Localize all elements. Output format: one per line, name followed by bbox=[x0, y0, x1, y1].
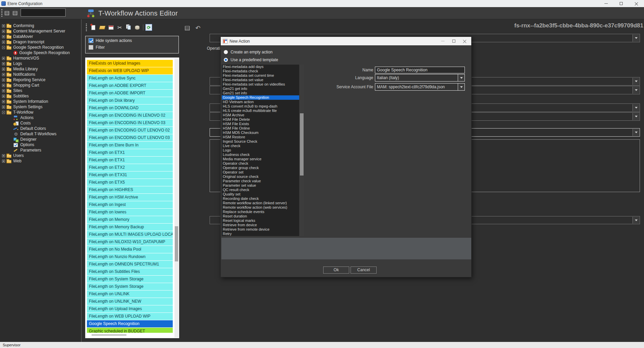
scrollbar-thumb[interactable] bbox=[175, 226, 178, 261]
tree-item[interactable]: +Notifications bbox=[0, 72, 81, 77]
minimize-button[interactable] bbox=[598, 0, 614, 7]
action-list-item[interactable]: FileLength on Memory bbox=[87, 216, 173, 223]
action-list-item[interactable]: FileLength on Upload Images bbox=[87, 305, 173, 312]
language-select[interactable]: Italian (Italy) bbox=[375, 74, 465, 82]
name-input[interactable]: Google Speech Recognition bbox=[375, 67, 465, 73]
template-item[interactable]: Flexi-metadata set value on videofiles bbox=[222, 82, 299, 87]
template-item[interactable]: Reset duration bbox=[222, 214, 299, 218]
action-list-item[interactable]: FileLength on ENCODING IN LENOVO 02 bbox=[87, 112, 173, 119]
tree-item[interactable]: +Users bbox=[0, 153, 81, 158]
list-view-icon[interactable] bbox=[5, 11, 9, 15]
tree-item[interactable]: +Reporting Service bbox=[0, 77, 81, 83]
action-list-item[interactable]: FileLength on ETX31 bbox=[87, 171, 173, 179]
expand-icon[interactable]: + bbox=[2, 62, 5, 65]
template-item[interactable]: Ingest Source Check bbox=[222, 139, 299, 144]
dropdown-button[interactable] bbox=[633, 78, 639, 85]
create-empty-action-option[interactable]: Create an empty action bbox=[224, 50, 272, 54]
new-action-button[interactable]: ✱ bbox=[90, 24, 97, 31]
expand-icon[interactable]: + bbox=[2, 154, 5, 157]
template-item[interactable]: Remote workflow action (web services) bbox=[222, 205, 299, 210]
action-list-item[interactable]: FileLength on HSM Archive bbox=[87, 194, 173, 201]
action-list-item[interactable]: FileLength on No Media Pool bbox=[87, 246, 173, 253]
action-list-item[interactable]: FileLength on Etere Burn In bbox=[87, 142, 173, 149]
open-button[interactable] bbox=[98, 24, 106, 31]
expand-icon[interactable]: + bbox=[2, 106, 5, 109]
action-list-item[interactable]: FileLength on UNLINK bbox=[87, 291, 173, 298]
tree-item[interactable]: -T-Workflow bbox=[0, 110, 81, 115]
tree-item[interactable]: +DataMover bbox=[0, 34, 81, 39]
expand-icon[interactable]: + bbox=[2, 160, 5, 163]
template-item[interactable]: HD Vietnam action bbox=[222, 100, 299, 104]
action-list-item[interactable]: FileLength on lowres bbox=[87, 209, 173, 216]
action-list-item[interactable]: FileLength on System Storage bbox=[87, 283, 173, 290]
tree-item[interactable]: +Web bbox=[0, 158, 81, 164]
template-item[interactable]: Logo bbox=[222, 148, 299, 153]
template-item[interactable]: Retry bbox=[222, 232, 299, 236]
action-list-item[interactable]: FileLength on OMNEON SPECTRUM1 bbox=[87, 261, 173, 268]
service-account-file-dropdown-button[interactable] bbox=[458, 84, 464, 90]
action-list-item[interactable]: FileLength on Disk library bbox=[87, 97, 173, 104]
dialog-close-button[interactable] bbox=[459, 37, 470, 45]
template-item[interactable]: Parameter set value bbox=[222, 183, 299, 188]
tree-item[interactable]: +System Settings bbox=[0, 104, 81, 110]
template-item[interactable]: HSM MD5 Checksum bbox=[222, 131, 299, 135]
filter-checkbox[interactable] bbox=[89, 45, 93, 50]
expand-icon[interactable]: + bbox=[2, 24, 5, 27]
hide-system-actions-checkbox[interactable] bbox=[89, 38, 93, 43]
tree-item[interactable]: +Subtitles bbox=[0, 93, 81, 99]
action-list-item[interactable]: FileLength on Subtitles Files bbox=[87, 268, 173, 275]
action-list-item[interactable]: FileLength on NILOX02-W10_DATAPUMP bbox=[87, 238, 173, 246]
template-item[interactable]: Gen21 set info bbox=[222, 91, 299, 95]
delete-form-button[interactable] bbox=[107, 24, 115, 31]
template-item[interactable]: Flexi-metadata set value bbox=[222, 78, 299, 82]
template-item[interactable]: Operator check bbox=[222, 161, 299, 166]
tree-item[interactable]: +Conforming bbox=[0, 23, 81, 28]
template-item[interactable]: Quality set bbox=[222, 192, 299, 196]
template-item[interactable]: Remote workflow action (linked server) bbox=[222, 201, 299, 205]
tree-item[interactable]: +Content Management Server bbox=[0, 28, 81, 34]
dropdown-button[interactable] bbox=[633, 217, 639, 224]
scrollbar-thumb[interactable] bbox=[300, 113, 304, 176]
action-list-item[interactable]: FileLength on ENCODING IN LENOVO 03 bbox=[87, 119, 173, 126]
tree-item[interactable]: Options bbox=[0, 142, 81, 147]
template-item[interactable]: Flexi-metadata check bbox=[222, 69, 299, 73]
expand-icon[interactable]: + bbox=[2, 89, 5, 92]
dropdown-button[interactable] bbox=[633, 104, 639, 111]
tree-item[interactable]: ⚙Default T-Workflows bbox=[0, 131, 81, 137]
actions-toolbar-drag-handle[interactable] bbox=[86, 24, 87, 31]
action-list-item[interactable]: FileLength on Memory Backup bbox=[87, 224, 173, 231]
template-item[interactable]: Gen21 get info bbox=[222, 87, 299, 91]
template-item[interactable]: Loudness check bbox=[222, 153, 299, 157]
template-item[interactable]: Reset logical marks bbox=[222, 218, 299, 223]
tree-item[interactable]: Designer bbox=[0, 137, 81, 142]
action-list-item[interactable]: FileLength on ETX2 bbox=[87, 164, 173, 171]
tree-item[interactable]: Parameters bbox=[0, 147, 81, 153]
template-item[interactable]: HSM Archive bbox=[222, 113, 299, 117]
template-item[interactable]: Operator group check bbox=[222, 166, 299, 170]
tree-item[interactable]: +Sites bbox=[0, 88, 81, 93]
tree-item[interactable]: +Shopping Cart bbox=[0, 83, 81, 88]
template-item[interactable]: Live check bbox=[222, 144, 299, 148]
action-list-item[interactable]: FileLength on Ingest bbox=[87, 201, 173, 208]
actions-list-hscrollbar-thumb[interactable] bbox=[92, 334, 126, 335]
template-item[interactable]: Google Speech Recognition bbox=[222, 95, 299, 100]
action-list-item[interactable]: FileLength on ETX5 bbox=[87, 179, 173, 186]
ok-button[interactable]: Ok bbox=[323, 266, 349, 274]
dialog-minimize-button[interactable] bbox=[437, 37, 448, 45]
cut-button[interactable]: ✂ bbox=[116, 24, 123, 31]
template-item[interactable]: Flexi-metadata set current time bbox=[222, 73, 299, 78]
action-list-item[interactable]: FileLength on WEB UPLOAD WIP bbox=[87, 313, 173, 320]
hide-system-actions-row[interactable]: Hide system actions bbox=[89, 38, 178, 43]
template-item[interactable]: Retrieve from device bbox=[222, 223, 299, 227]
action-list-item[interactable]: FileLength on HIGHRES bbox=[87, 186, 173, 193]
action-list-item[interactable]: FileLength on ADOBE EXPORT bbox=[87, 82, 173, 89]
action-list-item[interactable]: FileLength on MULTI IMAGES UPLOAD LOCAL bbox=[87, 231, 173, 238]
template-item[interactable]: Retrieve from remote device bbox=[222, 227, 299, 232]
database-button[interactable] bbox=[134, 24, 141, 31]
undo-button[interactable]: ↶ bbox=[195, 25, 200, 31]
tree-item[interactable]: +Media Library bbox=[0, 66, 81, 72]
template-item[interactable]: HLS create m3u8 multibitrate file bbox=[222, 109, 299, 113]
dropdown-button[interactable] bbox=[633, 113, 639, 120]
action-list-item[interactable]: FileExists on Upload Images bbox=[87, 60, 173, 67]
service-account-file-select[interactable]: MAM: sppech2text-c8fc2f79d9da.json bbox=[375, 83, 465, 91]
